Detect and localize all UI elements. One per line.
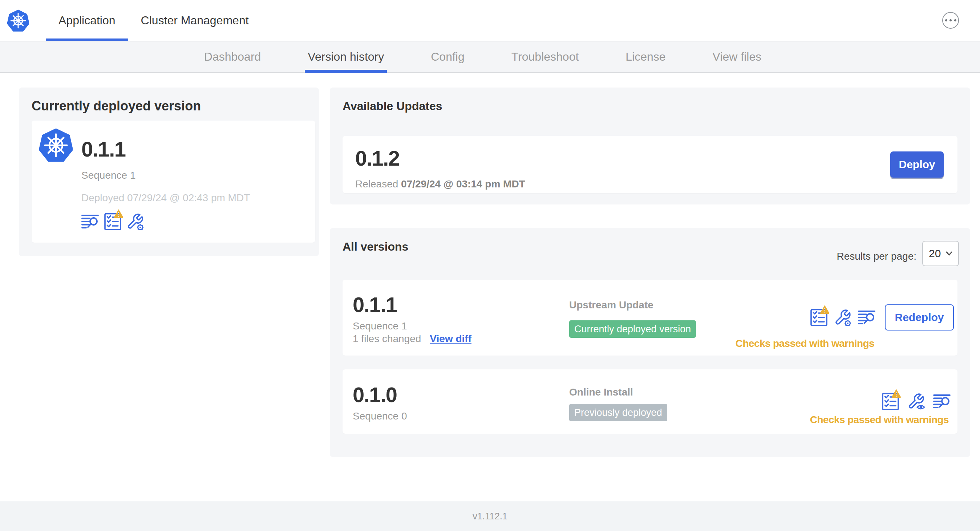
row-source-label: Upstream Update (569, 299, 654, 312)
main-content: Currently deployed version 0.1.1 Sequenc… (0, 73, 980, 457)
previously-deployed-badge: Previously deployed (569, 404, 667, 421)
app-subnav: Dashboard Version history Config Trouble… (0, 41, 980, 73)
edit-config-icon[interactable] (834, 309, 851, 326)
top-nav: Application Cluster Management (46, 0, 261, 41)
tab-cluster-management-label: Cluster Management (141, 14, 249, 27)
deployed-version-number: 0.1.1 (81, 139, 250, 160)
warning-triangle-icon (819, 305, 830, 315)
chevron-down-icon (944, 249, 954, 258)
available-update-card: 0.1.2 Released 07/29/24 @ 03:14 pm MDT D… (342, 136, 958, 193)
subnav-troubleshoot[interactable]: Troubleshoot (509, 41, 582, 72)
app-icon-kubernetes (39, 129, 73, 162)
row-sequence: Sequence 0 (353, 410, 569, 422)
row-version-number: 0.1.0 (353, 384, 569, 405)
view-diff-icon[interactable] (858, 309, 875, 326)
subnav-dashboard[interactable]: Dashboard (201, 41, 264, 72)
preflight-checks-warning-icon[interactable] (104, 213, 121, 230)
tab-cluster-management[interactable]: Cluster Management (128, 0, 261, 41)
warning-triangle-icon (113, 209, 124, 219)
currently-deployed-panel: Currently deployed version 0.1.1 Sequenc… (19, 87, 319, 256)
preflight-checks-warning-icon[interactable] (810, 309, 827, 326)
available-updates-panel: Available Updates 0.1.2 Released 07/29/2… (330, 87, 970, 205)
app-footer: v1.112.1 (0, 501, 980, 531)
currently-deployed-title: Currently deployed version (32, 99, 306, 113)
update-released-timestamp: Released 07/29/24 @ 03:14 pm MDT (355, 178, 525, 189)
overflow-menu-button[interactable] (942, 12, 959, 29)
kubernetes-logo-icon (7, 10, 29, 32)
all-versions-title: All versions (342, 239, 408, 254)
row-source-label: Online Install (569, 386, 633, 399)
checks-status-text[interactable]: Checks passed with warnings (810, 414, 949, 426)
subnav-license[interactable]: License (622, 41, 668, 72)
tab-application-label: Application (59, 14, 116, 27)
console-version: v1.112.1 (473, 511, 508, 522)
redeploy-button[interactable]: Redeploy (885, 304, 954, 331)
subnav-version-history[interactable]: Version history (305, 41, 387, 72)
all-versions-panel: All versions Results per page: 20 0.1.1 … (330, 228, 970, 457)
deploy-button[interactable]: Deploy (890, 151, 944, 178)
version-row-0-1-1: 0.1.1 Sequence 1 1 files changedView dif… (342, 280, 958, 356)
subnav-config[interactable]: Config (428, 41, 468, 72)
row-version-number: 0.1.1 (353, 294, 569, 315)
view-diff-icon[interactable] (81, 213, 99, 230)
row-files-changed: 1 files changedView diff (353, 333, 569, 344)
deployed-sequence: Sequence 1 (81, 170, 250, 181)
version-row-0-1-0: 0.1.0 Sequence 0 Online Install Previous… (342, 369, 958, 434)
warning-triangle-icon (891, 389, 902, 398)
currently-deployed-badge: Currently deployed version (569, 320, 696, 338)
view-config-icon[interactable] (907, 393, 925, 410)
deployed-timestamp: Deployed 07/29/24 @ 02:43 pm MDT (81, 193, 250, 203)
preflight-checks-warning-icon[interactable] (881, 393, 899, 410)
row-sequence: Sequence 1 (353, 320, 569, 332)
tab-application[interactable]: Application (46, 0, 128, 41)
app-header: Application Cluster Management (0, 0, 980, 41)
results-per-page-select[interactable]: 20 (922, 241, 959, 266)
view-diff-link[interactable]: View diff (430, 333, 471, 344)
view-diff-icon[interactable] (933, 393, 951, 410)
ellipsis-icon (945, 19, 947, 21)
results-per-page-label: Results per page: (837, 251, 916, 262)
currently-deployed-card: 0.1.1 Sequence 1 Deployed 07/29/24 @ 02:… (32, 121, 315, 243)
subnav-view-files[interactable]: View files (710, 41, 765, 72)
update-version-number: 0.1.2 (355, 148, 525, 169)
edit-config-icon[interactable] (126, 213, 144, 230)
checks-status-text[interactable]: Checks passed with warnings (735, 338, 874, 350)
available-updates-title: Available Updates (342, 99, 958, 113)
